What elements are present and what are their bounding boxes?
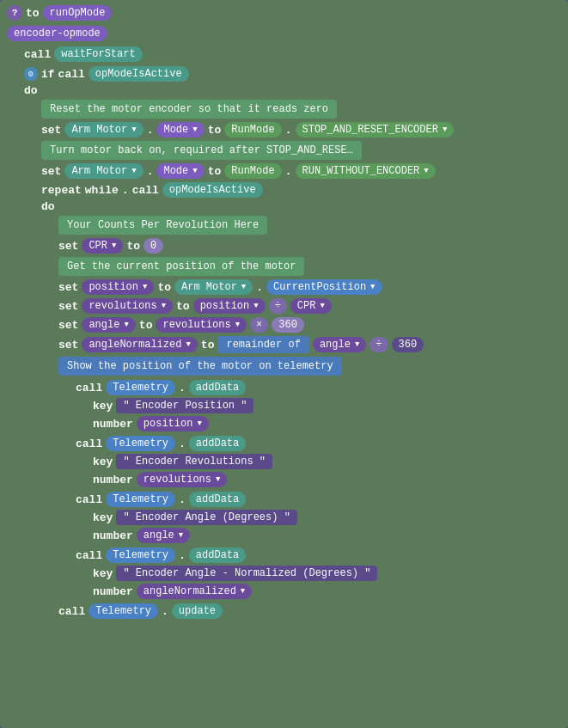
gear-icon: ⚙ (24, 67, 38, 81)
telemetry-pill-3[interactable]: Telemetry (106, 492, 175, 507)
mode-pill-1[interactable]: Mode (156, 122, 204, 138)
run-mode-pill-2[interactable]: RunMode (224, 163, 281, 179)
cpr-pill-2[interactable]: CPR (290, 298, 332, 314)
telemetry-pill-1[interactable]: Telemetry (106, 380, 175, 395)
set-kw-4: set (58, 281, 78, 294)
to-kw-4: to (157, 281, 171, 294)
key-label-1: key (93, 400, 113, 413)
call-kw-t3: call (76, 493, 102, 506)
mult-op: × (250, 317, 268, 333)
encoder-opmode-pill[interactable]: encoder-opmode (7, 26, 107, 41)
turn-comment: Turn motor back on, required after STOP_… (41, 141, 362, 160)
mode-pill-2[interactable]: Mode (156, 163, 204, 179)
angle-pill-1[interactable]: angle (82, 317, 135, 333)
number-var-4[interactable]: angleNormalized (137, 584, 252, 599)
key-label-2: key (93, 456, 113, 468)
telemetry-pill-2[interactable]: Telemetry (106, 436, 175, 451)
set-kw-1: set (41, 124, 61, 137)
op-mode-is-active-pill[interactable]: opModeIsActive (89, 66, 189, 82)
run-without-pill[interactable]: RUN_WITHOUT_ENCODER (296, 163, 436, 179)
add-data-pill-4[interactable]: addData (189, 548, 246, 563)
run-mode-pill-1[interactable]: RunMode (224, 122, 281, 138)
add-data-pill-2[interactable]: addData (189, 436, 246, 451)
call-kw-t1: call (76, 382, 102, 395)
telemetry-block-2: call Telemetry . addData key " Encoder R… (76, 436, 561, 487)
to-kw-7: to (201, 339, 215, 352)
dot-update: . (162, 605, 168, 618)
update-pill[interactable]: update (172, 603, 223, 619)
do-kw-2: do (41, 200, 55, 213)
call-kw-t4: call (76, 549, 102, 562)
telemetry-pill-4[interactable]: Telemetry (106, 548, 175, 563)
show-comment: Show the position of the motor on teleme… (58, 357, 342, 376)
revolutions-pill-2[interactable]: revolutions (156, 317, 247, 333)
to-kw-6: to (139, 319, 153, 332)
wait-for-start-pill[interactable]: waitForStart (54, 46, 142, 62)
number-label-4: number (93, 585, 133, 598)
repeat-kw: repeat (41, 184, 82, 197)
main-container: ? to runOpMode encoder-opmode call waitF… (0, 0, 568, 728)
number-var-1[interactable]: position (137, 416, 209, 431)
arm-motor-pill-2[interactable]: Arm Motor (64, 163, 143, 179)
angle-norm-pill[interactable]: angleNormalized (82, 337, 197, 352)
norm-val[interactable]: 360 (392, 337, 424, 352)
add-data-pill-1[interactable]: addData (189, 380, 246, 395)
to-kw-2: to (208, 165, 222, 178)
position-pill-2[interactable]: position (193, 298, 266, 314)
remainder-of-label: remainder of (217, 336, 308, 353)
set-kw-3: set (58, 240, 78, 253)
key-val-1[interactable]: " Encoder Position " (116, 398, 253, 413)
to-kw-5: to (176, 300, 190, 313)
get-pos-comment: Get the current position of the motor (58, 257, 304, 276)
telemetry-block-4: call Telemetry . addData key " Encoder A… (76, 548, 561, 599)
key-val-3[interactable]: " Encoder Angle (Degrees) " (116, 510, 296, 525)
set-kw-7: set (58, 339, 78, 352)
key-label-3: key (93, 511, 113, 524)
number-var-3[interactable]: angle (137, 528, 190, 543)
key-val-4[interactable]: " Encoder Angle - Normalized (Degrees) " (116, 566, 377, 581)
set-kw-6: set (58, 319, 78, 332)
div-op-2: ÷ (370, 337, 388, 352)
counts-comment: Your Counts Per Revolution Here (58, 216, 267, 235)
run-op-mode-pill[interactable]: runOpMode (43, 5, 113, 21)
telemetry-pill-update[interactable]: Telemetry (89, 603, 158, 619)
key-label-4: key (93, 567, 113, 580)
revolutions-pill-1[interactable]: revolutions (82, 298, 173, 314)
to-kw-3: to (126, 240, 140, 253)
question-icon: ? (7, 5, 22, 21)
if-kw: if (41, 68, 55, 81)
call-kw-1: call (24, 48, 51, 61)
key-val-2[interactable]: " Encoder Revolutions " (116, 454, 272, 469)
add-data-pill-3[interactable]: addData (189, 492, 246, 507)
arm-motor-pill-1[interactable]: Arm Motor (64, 122, 143, 138)
angle-val[interactable]: 360 (272, 317, 304, 333)
to-kw-1: to (208, 124, 222, 137)
to-keyword: to (26, 7, 40, 20)
do-kw-1: do (24, 84, 38, 97)
set-kw-5: set (58, 300, 78, 313)
telemetry-block-3: call Telemetry . addData key " Encoder A… (76, 492, 561, 543)
telemetry-block-1: call Telemetry . addData key " Encoder P… (76, 380, 561, 431)
angle-pill-2[interactable]: angle (313, 337, 366, 352)
number-var-2[interactable]: revolutions (137, 472, 228, 487)
call-kw-update: call (58, 605, 85, 618)
cpr-value[interactable]: 0 (144, 238, 163, 254)
call-kw-3: call (132, 184, 159, 197)
current-position-pill[interactable]: CurrentPosition (266, 279, 382, 295)
reset-comment: Reset the motor encoder so that it reads… (41, 100, 337, 119)
call-kw-t2: call (76, 437, 102, 450)
number-label-3: number (93, 529, 133, 542)
op-mode-is-active-pill-2[interactable]: opModeIsActive (162, 182, 263, 198)
arm-motor-pill-3[interactable]: Arm Motor (174, 279, 253, 295)
set-kw-2: set (41, 165, 61, 178)
stop-reset-pill[interactable]: STOP_AND_RESET_ENCODER (296, 122, 455, 138)
number-label-1: number (93, 418, 133, 431)
number-label-2: number (93, 474, 133, 486)
while-kw: while (85, 184, 119, 197)
position-pill-1[interactable]: position (82, 279, 154, 295)
div-op-1: ÷ (269, 298, 287, 314)
call-kw-2: call (58, 68, 85, 81)
cpr-pill[interactable]: CPR (82, 238, 123, 254)
